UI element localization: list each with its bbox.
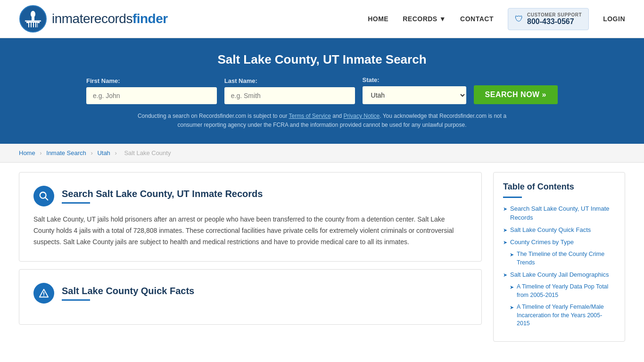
content-area: Search Salt Lake County, UT Inmate Recor…	[19, 172, 482, 341]
hero-section: Salt Lake County, UT Inmate Search First…	[0, 38, 644, 144]
first-name-label: First Name:	[86, 77, 217, 84]
breadcrumb-sep-2: ›	[91, 149, 94, 156]
hero-disclaimer: Conducting a search on Recordsfinder.com…	[133, 112, 511, 130]
svg-point-5	[31, 11, 35, 17]
toc-link-4[interactable]: ➤ The Timeline of the County Crime Trend…	[510, 250, 615, 267]
quick-facts-card: Salt Lake County Quick Facts	[19, 269, 482, 325]
chevron-down-icon: ▼	[439, 15, 446, 23]
toc-item-7: ➤ A Timeline of Yearly Female/Male Incar…	[510, 303, 615, 328]
svg-line-11	[45, 197, 48, 200]
card1-title-underline	[62, 202, 90, 204]
chevron-right-icon: ➤	[503, 206, 507, 213]
state-group: State: Utah Alabama Alaska Arizona Calif…	[363, 76, 466, 104]
chevron-right-icon: ➤	[510, 304, 514, 311]
search-button[interactable]: SEARCH NOW »	[474, 85, 558, 104]
toc-title: Table of Contents	[503, 182, 615, 192]
chevron-right-icon: ➤	[503, 239, 507, 246]
customer-support[interactable]: 🛡 CUSTOMER SUPPORT 800-433-0567	[508, 8, 589, 30]
card2-header: Salt Lake County Quick Facts	[33, 283, 467, 304]
card1-body: Salt Lake County, UT jails hold prisoner…	[33, 214, 467, 247]
chevron-right-icon: ➤	[510, 284, 514, 291]
toc-link-7[interactable]: ➤ A Timeline of Yearly Female/Male Incar…	[510, 303, 615, 328]
toc-item-2: ➤ Salt Lake County Quick Facts	[503, 226, 615, 234]
logo-icon	[19, 5, 47, 33]
hero-title: Salt Lake County, UT Inmate Search	[19, 52, 625, 67]
card2-title: Salt Lake County Quick Facts	[62, 286, 194, 296]
card2-title-underline	[62, 299, 90, 301]
support-label: CUSTOMER SUPPORT	[527, 12, 582, 17]
state-label: State:	[363, 76, 466, 83]
site-header: inmaterecordsfinder HOME RECORDS ▼ CONTA…	[0, 0, 644, 38]
chevron-right-icon: ➤	[503, 272, 507, 279]
svg-rect-6	[29, 23, 31, 27]
search-circle-icon	[33, 186, 54, 206]
toc-link-1[interactable]: ➤ Search Salt Lake County, UT Inmate Rec…	[503, 205, 615, 222]
first-name-group: First Name:	[86, 77, 217, 104]
toc-item-3: ➤ County Crimes by Type	[503, 238, 615, 247]
alert-circle-icon	[33, 283, 54, 304]
logo-text: inmaterecordsfinder	[52, 11, 168, 26]
breadcrumb: Home › Inmate Search › Utah › Salt Lake …	[0, 144, 644, 163]
main-nav: HOME RECORDS ▼ CONTACT 🛡 CUSTOMER SUPPOR…	[368, 8, 625, 30]
support-phone: 800-433-0567	[527, 17, 582, 26]
toc-card: Table of Contents ➤ Search Salt Lake Cou…	[493, 172, 625, 341]
card1-header: Search Salt Lake County, UT Inmate Recor…	[33, 186, 467, 206]
toc-link-2[interactable]: ➤ Salt Lake County Quick Facts	[503, 226, 615, 234]
logo[interactable]: inmaterecordsfinder	[19, 5, 168, 33]
toc-link-5[interactable]: ➤ Salt Lake County Jail Demographics	[503, 271, 615, 279]
svg-rect-9	[36, 23, 37, 27]
nav-records[interactable]: RECORDS ▼	[403, 15, 446, 23]
toc-link-6[interactable]: ➤ A Timeline of Yearly Data Pop Total fr…	[510, 283, 615, 299]
last-name-input[interactable]	[224, 87, 355, 104]
breadcrumb-utah[interactable]: Utah	[97, 149, 110, 156]
breadcrumb-inmate-search[interactable]: Inmate Search	[46, 149, 86, 156]
warning-icon	[39, 288, 49, 298]
toc-divider	[503, 197, 522, 198]
svg-rect-8	[34, 23, 35, 27]
toc-item-1: ➤ Search Salt Lake County, UT Inmate Rec…	[503, 205, 615, 222]
toc-item-5: ➤ Salt Lake County Jail Demographics	[503, 271, 615, 279]
breadcrumb-sep-3: ›	[115, 149, 118, 156]
breadcrumb-sep-1: ›	[40, 149, 43, 156]
terms-link[interactable]: Terms of Service	[289, 113, 331, 119]
headset-icon: 🛡	[515, 14, 523, 24]
last-name-label: Last Name:	[224, 77, 355, 84]
first-name-input[interactable]	[86, 87, 217, 104]
nav-home[interactable]: HOME	[368, 15, 388, 23]
svg-rect-7	[32, 23, 33, 27]
state-select[interactable]: Utah Alabama Alaska Arizona California	[363, 86, 466, 104]
nav-contact[interactable]: CONTACT	[460, 15, 494, 23]
search-form: First Name: Last Name: State: Utah Alaba…	[86, 76, 558, 104]
last-name-group: Last Name:	[224, 77, 355, 104]
toc-list: ➤ Search Salt Lake County, UT Inmate Rec…	[503, 205, 615, 328]
chevron-right-icon: ➤	[510, 251, 514, 258]
breadcrumb-home[interactable]: Home	[19, 149, 35, 156]
card1-title: Search Salt Lake County, UT Inmate Recor…	[62, 189, 263, 199]
breadcrumb-salt-lake-county: Salt Lake County	[124, 149, 171, 156]
main-content: Search Salt Lake County, UT Inmate Recor…	[0, 163, 644, 351]
svg-point-14	[43, 295, 44, 296]
chevron-right-icon: ➤	[503, 227, 507, 234]
privacy-link[interactable]: Privacy Notice	[344, 113, 380, 119]
magnifier-icon	[39, 191, 49, 201]
nav-login[interactable]: LOGIN	[603, 15, 625, 23]
toc-link-3[interactable]: ➤ County Crimes by Type	[503, 238, 615, 247]
inmate-records-card: Search Salt Lake County, UT Inmate Recor…	[19, 172, 482, 261]
toc-item-6: ➤ A Timeline of Yearly Data Pop Total fr…	[510, 283, 615, 299]
toc-item-4: ➤ The Timeline of the County Crime Trend…	[510, 250, 615, 267]
sidebar: Table of Contents ➤ Search Salt Lake Cou…	[493, 172, 625, 341]
